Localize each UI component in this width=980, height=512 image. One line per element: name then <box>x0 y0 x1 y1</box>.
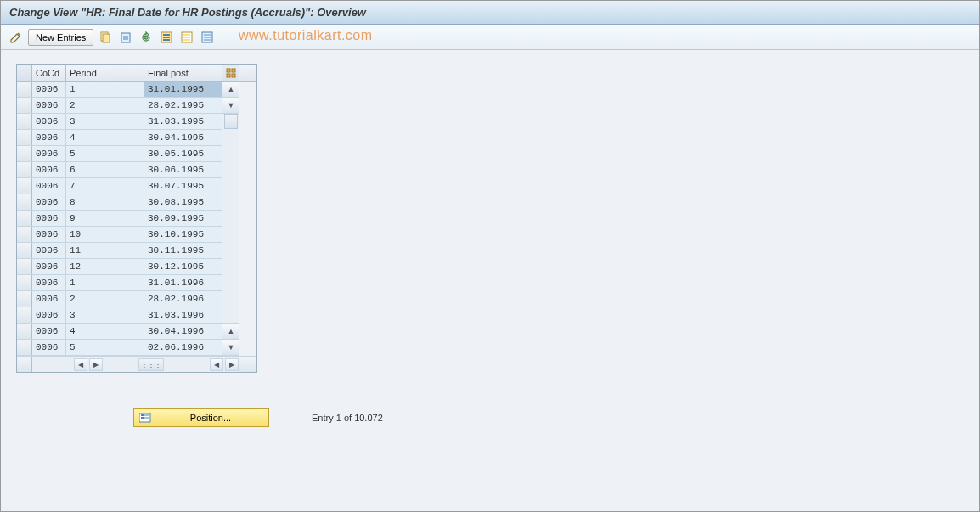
row-selector[interactable] <box>17 114 32 129</box>
toggle-display-change-icon[interactable] <box>8 29 25 46</box>
cell-period[interactable]: 11 <box>66 243 144 258</box>
cell-period[interactable]: 6 <box>66 162 144 177</box>
cell-final-post[interactable]: 30.08.1995 <box>144 194 222 210</box>
table-row: 0006530.05.1995 <box>17 146 222 162</box>
copy-icon[interactable] <box>97 29 114 46</box>
cell-cocd[interactable]: 0006 <box>32 291 66 307</box>
row-selector[interactable] <box>17 291 32 307</box>
row-selector[interactable] <box>17 146 32 161</box>
cell-final-post[interactable]: 31.03.1995 <box>144 114 222 129</box>
cell-cocd[interactable]: 0006 <box>32 275 66 290</box>
scroll-down-step-button[interactable]: ▼ <box>222 98 239 114</box>
cell-period[interactable]: 3 <box>66 307 144 323</box>
new-entries-button[interactable]: New Entries <box>28 29 93 46</box>
hscroll-left-button[interactable]: ◀ <box>74 358 87 371</box>
cell-period[interactable]: 1 <box>66 275 144 290</box>
cell-final-post[interactable]: 31.01.1996 <box>144 275 222 290</box>
cell-final-post[interactable]: 02.06.1996 <box>144 340 222 355</box>
row-selector[interactable] <box>17 162 32 177</box>
table-header-period[interactable]: Period <box>66 65 144 81</box>
table-config-icon[interactable] <box>222 65 239 81</box>
hscroll-left2-button[interactable]: ◀ <box>210 358 223 371</box>
scroll-thumb[interactable] <box>224 114 238 129</box>
table-row: 0006730.07.1995 <box>17 178 222 194</box>
table-row: 0006228.02.1996 <box>17 291 222 307</box>
cell-cocd[interactable]: 0006 <box>32 243 66 258</box>
hscroll-right2-button[interactable]: ▶ <box>225 358 239 371</box>
row-selector[interactable] <box>17 243 32 258</box>
hscroll-thumb[interactable]: ⋮⋮⋮ <box>138 358 164 371</box>
row-selector[interactable] <box>17 275 32 290</box>
cell-final-post[interactable]: 30.10.1995 <box>144 227 222 242</box>
scroll-up-button[interactable]: ▲ <box>222 82 239 98</box>
svg-rect-24 <box>144 414 149 416</box>
cell-final-post[interactable]: 30.12.1995 <box>144 259 222 274</box>
scroll-down-button[interactable]: ▼ <box>222 340 239 356</box>
cell-cocd[interactable]: 0006 <box>32 259 66 274</box>
cell-period[interactable]: 3 <box>66 114 144 129</box>
table-header-final[interactable]: Final post <box>144 65 222 81</box>
cell-period[interactable]: 5 <box>66 340 144 355</box>
select-block-icon[interactable] <box>178 29 195 46</box>
row-selector[interactable] <box>17 178 32 194</box>
row-selector[interactable] <box>17 194 32 210</box>
cell-cocd[interactable]: 0006 <box>32 146 66 161</box>
row-selector[interactable] <box>17 227 32 242</box>
cell-final-post[interactable]: 28.02.1995 <box>144 98 222 113</box>
cell-period[interactable]: 2 <box>66 291 144 307</box>
cell-cocd[interactable]: 0006 <box>32 178 66 194</box>
cell-period[interactable]: 4 <box>66 130 144 145</box>
cell-final-post[interactable]: 30.04.1996 <box>144 324 222 339</box>
table-row: 0006502.06.1996 <box>17 340 222 356</box>
cell-cocd[interactable]: 0006 <box>32 227 66 242</box>
cell-final-post[interactable]: 30.04.1995 <box>144 130 222 145</box>
cell-cocd[interactable]: 0006 <box>32 194 66 210</box>
table-header-cocd[interactable]: CoCd <box>32 65 66 81</box>
row-selector[interactable] <box>17 259 32 274</box>
cell-period[interactable]: 1 <box>66 82 144 97</box>
row-selector[interactable] <box>17 98 32 113</box>
row-selector[interactable] <box>17 307 32 323</box>
cell-final-post[interactable]: 30.06.1995 <box>144 162 222 177</box>
content-area: CoCd Period Final post 0006131.01.199500… <box>1 50 979 511</box>
cell-final-post[interactable]: 30.07.1995 <box>144 178 222 194</box>
cell-cocd[interactable]: 0006 <box>32 324 66 339</box>
cell-cocd[interactable]: 0006 <box>32 114 66 129</box>
svg-rect-26 <box>144 417 149 419</box>
cell-cocd[interactable]: 0006 <box>32 162 66 177</box>
cell-cocd[interactable]: 0006 <box>32 98 66 113</box>
cell-final-post[interactable]: 30.09.1995 <box>144 211 222 226</box>
cell-period[interactable]: 9 <box>66 211 144 226</box>
row-selector[interactable] <box>17 340 32 355</box>
select-all-icon[interactable] <box>158 29 175 46</box>
cell-final-post[interactable]: 31.03.1996 <box>144 307 222 323</box>
cell-period[interactable]: 5 <box>66 146 144 161</box>
table-header-select[interactable] <box>17 65 32 81</box>
cell-period[interactable]: 4 <box>66 324 144 339</box>
cell-final-post[interactable]: 28.02.1996 <box>144 291 222 307</box>
cell-cocd[interactable]: 0006 <box>32 130 66 145</box>
cell-final-post[interactable]: 30.05.1995 <box>144 146 222 161</box>
row-selector[interactable] <box>17 211 32 226</box>
cell-cocd[interactable]: 0006 <box>32 211 66 226</box>
row-selector[interactable] <box>17 324 32 339</box>
cell-period[interactable]: 8 <box>66 194 144 210</box>
cell-final-post[interactable]: 30.11.1995 <box>144 243 222 258</box>
cell-period[interactable]: 10 <box>66 227 144 242</box>
position-button[interactable]: Position... <box>133 408 269 427</box>
deselect-all-icon[interactable] <box>199 29 216 46</box>
cell-cocd[interactable]: 0006 <box>32 340 66 355</box>
cell-period[interactable]: 2 <box>66 98 144 113</box>
undo-icon[interactable] <box>138 29 155 46</box>
row-selector[interactable] <box>17 130 32 145</box>
row-selector[interactable] <box>17 82 32 97</box>
delete-icon[interactable] <box>117 29 134 46</box>
cell-final-post[interactable]: 31.01.1995 <box>144 82 222 97</box>
scroll-track[interactable] <box>222 114 239 324</box>
cell-period[interactable]: 12 <box>66 259 144 274</box>
cell-cocd[interactable]: 0006 <box>32 82 66 97</box>
cell-cocd[interactable]: 0006 <box>32 307 66 323</box>
scroll-up-bottom-button[interactable]: ▲ <box>222 324 239 340</box>
cell-period[interactable]: 7 <box>66 178 144 194</box>
hscroll-right-button[interactable]: ▶ <box>89 358 103 371</box>
